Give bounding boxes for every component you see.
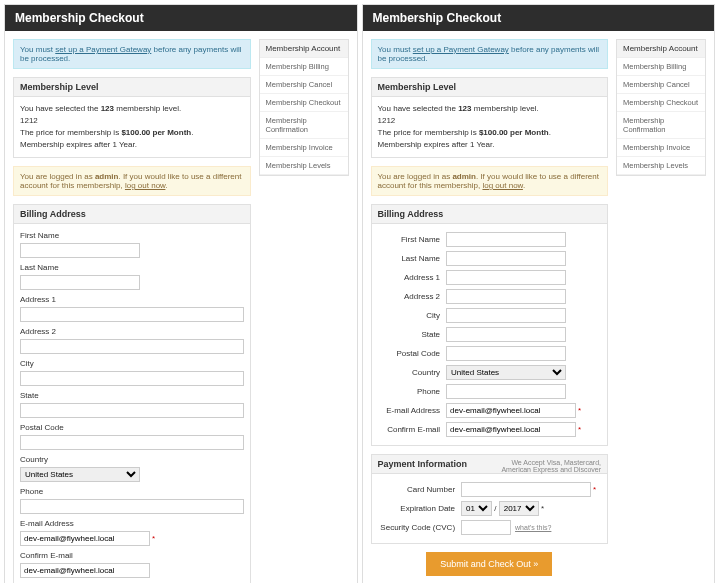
postal-input[interactable]	[20, 435, 244, 450]
country-select[interactable]: United States	[446, 365, 566, 380]
whats-this-link[interactable]: what's this?	[515, 524, 551, 531]
login-alert: You are logged in as admin. If you would…	[13, 166, 251, 196]
state-input[interactable]	[446, 327, 566, 342]
phone-input[interactable]	[20, 499, 244, 514]
logout-link[interactable]: log out now	[482, 181, 522, 190]
gateway-link[interactable]: set up a Payment Gateway	[55, 45, 151, 54]
sidebar-item[interactable]: Membership Confirmation	[260, 112, 348, 139]
sidebar-item[interactable]: Membership Invoice	[260, 139, 348, 157]
postal-input[interactable]	[446, 346, 566, 361]
membership-level-box: Membership Level You have selected the 1…	[371, 77, 609, 158]
card-number-input[interactable]	[461, 482, 591, 497]
city-input[interactable]	[446, 308, 566, 323]
sidebar-item[interactable]: Membership Billing	[260, 58, 348, 76]
sidebar-item[interactable]: Membership Cancel	[617, 76, 705, 94]
after-column: Membership Checkout You must set up a Pa…	[362, 4, 716, 583]
cvc-input[interactable]	[461, 520, 511, 535]
email-input[interactable]	[20, 531, 150, 546]
sidebar-item[interactable]: Membership Levels	[617, 157, 705, 175]
sidebar-nav: Membership Account Membership Billing Me…	[616, 39, 706, 176]
billing-heading: Billing Address	[14, 205, 250, 224]
page-title: Membership Checkout	[5, 5, 357, 31]
level-heading: Membership Level	[14, 78, 250, 97]
first-name-input[interactable]	[446, 232, 566, 247]
last-name-input[interactable]	[20, 275, 140, 290]
exp-month-select[interactable]: 01	[461, 501, 492, 516]
exp-year-select[interactable]: 2017	[499, 501, 539, 516]
sidebar-item[interactable]: Membership Confirmation	[617, 112, 705, 139]
country-select[interactable]: United States	[20, 467, 140, 482]
before-column: Membership Checkout You must set up a Pa…	[4, 4, 358, 583]
logout-link[interactable]: log out now	[125, 181, 165, 190]
address2-input[interactable]	[446, 289, 566, 304]
payment-box: Payment InformationWe Accept Visa, Maste…	[371, 454, 609, 544]
state-input[interactable]	[20, 403, 244, 418]
sidebar-item[interactable]: Membership Invoice	[617, 139, 705, 157]
gateway-alert: You must set up a Payment Gateway before…	[13, 39, 251, 69]
address1-input[interactable]	[446, 270, 566, 285]
sidebar-item[interactable]: Membership Levels	[260, 157, 348, 175]
login-alert: You are logged in as admin. If you would…	[371, 166, 609, 196]
gateway-link[interactable]: set up a Payment Gateway	[413, 45, 509, 54]
address2-input[interactable]	[20, 339, 244, 354]
city-input[interactable]	[20, 371, 244, 386]
sidebar-item[interactable]: Membership Checkout	[260, 94, 348, 112]
billing-box: Billing Address First Name Last Name Add…	[13, 204, 251, 583]
confirm-email-input[interactable]	[446, 422, 576, 437]
email-input[interactable]	[446, 403, 576, 418]
billing-box: Billing Address First Name Last Name Add…	[371, 204, 609, 446]
address1-input[interactable]	[20, 307, 244, 322]
sidebar-item[interactable]: Membership Cancel	[260, 76, 348, 94]
membership-level-box: Membership Level You have selected the 1…	[13, 77, 251, 158]
confirm-email-input[interactable]	[20, 563, 150, 578]
phone-input[interactable]	[446, 384, 566, 399]
sidebar-item[interactable]: Membership Billing	[617, 58, 705, 76]
submit-button[interactable]: Submit and Check Out »	[426, 552, 552, 576]
last-name-input[interactable]	[446, 251, 566, 266]
sidebar-nav: Membership Account Membership Billing Me…	[259, 39, 349, 176]
page-title: Membership Checkout	[363, 5, 715, 31]
sidebar-item[interactable]: Membership Checkout	[617, 94, 705, 112]
gateway-alert: You must set up a Payment Gateway before…	[371, 39, 609, 69]
first-name-input[interactable]	[20, 243, 140, 258]
sidebar-heading: Membership Account	[260, 40, 348, 58]
